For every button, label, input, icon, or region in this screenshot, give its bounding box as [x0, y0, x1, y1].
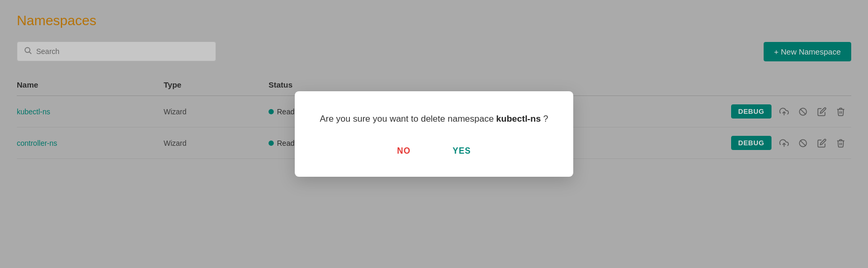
modal-message-prefix: Are you sure you want to delete namespac…: [320, 114, 494, 124]
modal-message-suffix: ?: [543, 114, 548, 124]
page-background: Namespaces + New Namespace Name Type Sta…: [0, 0, 868, 268]
modal-buttons: NO YES: [320, 142, 549, 160]
yes-button[interactable]: YES: [444, 142, 479, 160]
modal-namespace-name: kubectl-ns: [496, 114, 541, 124]
no-button[interactable]: NO: [389, 142, 419, 160]
confirm-delete-dialog: Are you sure you want to delete namespac…: [295, 91, 574, 177]
modal-message: Are you sure you want to delete namespac…: [320, 112, 549, 126]
modal-overlay: Are you sure you want to delete namespac…: [0, 0, 868, 268]
